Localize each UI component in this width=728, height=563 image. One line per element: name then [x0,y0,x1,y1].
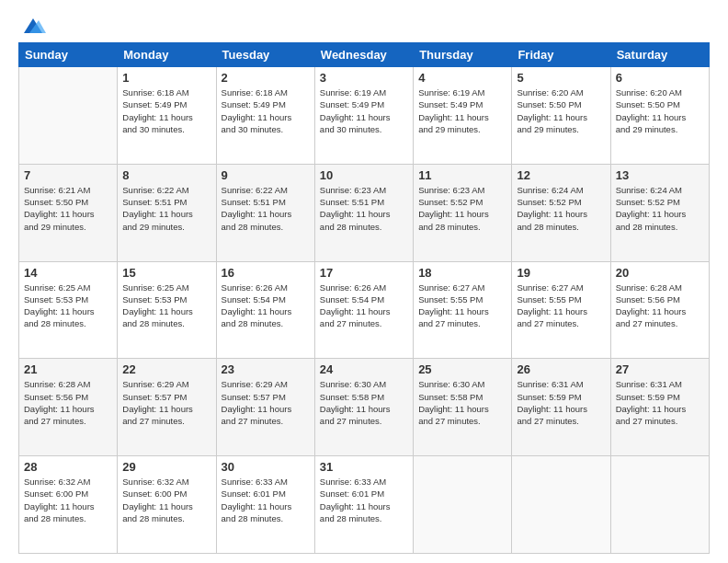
calendar-cell: 20Sunrise: 6:28 AM Sunset: 5:56 PM Dayli… [610,261,709,359]
day-number: 10 [320,168,408,182]
week-row-3: 14Sunrise: 6:25 AM Sunset: 5:53 PM Dayli… [19,261,710,359]
day-info: Sunrise: 6:30 AM Sunset: 5:58 PM Dayligh… [320,378,408,427]
day-number: 28 [24,460,112,474]
day-number: 9 [222,168,310,182]
calendar-cell: 4Sunrise: 6:19 AM Sunset: 5:49 PM Daylig… [414,67,512,165]
calendar-cell: 23Sunrise: 6:29 AM Sunset: 5:57 PM Dayli… [216,359,314,456]
calendar-cell: 15Sunrise: 6:25 AM Sunset: 5:53 PM Dayli… [118,261,216,359]
day-info: Sunrise: 6:32 AM Sunset: 6:00 PM Dayligh… [24,476,112,524]
day-info: Sunrise: 6:18 AM Sunset: 5:49 PM Dayligh… [222,86,310,135]
calendar-cell: 7Sunrise: 6:21 AM Sunset: 5:50 PM Daylig… [19,164,118,261]
day-number: 30 [222,460,310,474]
calendar-cell: 30Sunrise: 6:33 AM Sunset: 6:01 PM Dayli… [216,456,314,554]
week-row-4: 21Sunrise: 6:28 AM Sunset: 5:56 PM Dayli… [19,359,710,456]
day-info: Sunrise: 6:26 AM Sunset: 5:54 PM Dayligh… [320,282,408,330]
calendar-cell: 21Sunrise: 6:28 AM Sunset: 5:56 PM Dayli… [19,359,118,456]
day-number: 25 [418,362,506,376]
calendar-cell [19,67,118,165]
day-info: Sunrise: 6:29 AM Sunset: 5:57 PM Dayligh… [122,378,210,427]
calendar-cell: 29Sunrise: 6:32 AM Sunset: 6:00 PM Dayli… [118,456,216,554]
day-info: Sunrise: 6:27 AM Sunset: 5:55 PM Dayligh… [418,282,506,330]
calendar-cell: 28Sunrise: 6:32 AM Sunset: 6:00 PM Dayli… [19,456,118,554]
col-header-friday: Friday [512,43,610,67]
day-info: Sunrise: 6:22 AM Sunset: 5:51 PM Dayligh… [222,184,310,233]
week-row-5: 28Sunrise: 6:32 AM Sunset: 6:00 PM Dayli… [19,456,710,554]
calendar-cell: 31Sunrise: 6:33 AM Sunset: 6:01 PM Dayli… [314,456,413,554]
day-number: 14 [24,266,112,280]
day-number: 8 [122,168,210,182]
calendar-cell: 11Sunrise: 6:23 AM Sunset: 5:52 PM Dayli… [414,164,512,261]
day-number: 7 [24,168,112,182]
day-number: 20 [616,266,704,280]
calendar-cell: 2Sunrise: 6:18 AM Sunset: 5:49 PM Daylig… [216,67,314,165]
day-info: Sunrise: 6:19 AM Sunset: 5:49 PM Dayligh… [418,86,506,135]
day-info: Sunrise: 6:25 AM Sunset: 5:53 PM Dayligh… [24,282,112,330]
calendar-cell: 14Sunrise: 6:25 AM Sunset: 5:53 PM Dayli… [19,261,118,359]
day-number: 22 [122,362,210,376]
day-info: Sunrise: 6:29 AM Sunset: 5:57 PM Dayligh… [222,378,310,427]
day-info: Sunrise: 6:24 AM Sunset: 5:52 PM Dayligh… [616,184,704,233]
day-number: 15 [122,266,210,280]
day-info: Sunrise: 6:30 AM Sunset: 5:58 PM Dayligh… [418,378,506,427]
col-header-tuesday: Tuesday [216,43,314,67]
day-number: 21 [24,362,112,376]
calendar-cell: 6Sunrise: 6:20 AM Sunset: 5:50 PM Daylig… [610,67,709,165]
day-number: 29 [122,460,210,474]
col-header-monday: Monday [118,43,216,67]
calendar-cell: 27Sunrise: 6:31 AM Sunset: 5:59 PM Dayli… [610,359,709,456]
header [18,17,710,33]
day-number: 17 [320,266,408,280]
col-header-wednesday: Wednesday [314,43,413,67]
day-number: 3 [320,71,408,85]
calendar-cell: 13Sunrise: 6:24 AM Sunset: 5:52 PM Dayli… [610,164,709,261]
day-info: Sunrise: 6:21 AM Sunset: 5:50 PM Dayligh… [24,184,112,233]
day-number: 23 [222,362,310,376]
day-number: 6 [616,71,704,85]
day-info: Sunrise: 6:24 AM Sunset: 5:52 PM Dayligh… [517,184,605,233]
calendar-cell: 18Sunrise: 6:27 AM Sunset: 5:55 PM Dayli… [414,261,512,359]
day-info: Sunrise: 6:31 AM Sunset: 5:59 PM Dayligh… [616,378,704,427]
day-info: Sunrise: 6:26 AM Sunset: 5:54 PM Dayligh… [222,282,310,330]
day-number: 13 [616,168,704,182]
calendar-cell: 8Sunrise: 6:22 AM Sunset: 5:51 PM Daylig… [118,164,216,261]
calendar-cell: 17Sunrise: 6:26 AM Sunset: 5:54 PM Dayli… [314,261,413,359]
page: SundayMondayTuesdayWednesdayThursdayFrid… [0,0,728,563]
calendar-cell [414,456,512,554]
calendar-cell: 10Sunrise: 6:23 AM Sunset: 5:51 PM Dayli… [314,164,413,261]
calendar-cell [512,456,610,554]
day-info: Sunrise: 6:23 AM Sunset: 5:51 PM Dayligh… [320,184,408,233]
calendar-cell: 3Sunrise: 6:19 AM Sunset: 5:49 PM Daylig… [314,67,413,165]
day-info: Sunrise: 6:25 AM Sunset: 5:53 PM Dayligh… [122,282,210,330]
day-number: 19 [517,266,605,280]
calendar-cell: 26Sunrise: 6:31 AM Sunset: 5:59 PM Dayli… [512,359,610,456]
calendar-header-row: SundayMondayTuesdayWednesdayThursdayFrid… [19,43,710,67]
col-header-saturday: Saturday [610,43,709,67]
day-number: 16 [222,266,310,280]
calendar-cell: 22Sunrise: 6:29 AM Sunset: 5:57 PM Dayli… [118,359,216,456]
day-info: Sunrise: 6:22 AM Sunset: 5:51 PM Dayligh… [122,184,210,233]
calendar-table: SundayMondayTuesdayWednesdayThursdayFrid… [18,42,710,554]
calendar-cell: 9Sunrise: 6:22 AM Sunset: 5:51 PM Daylig… [216,164,314,261]
day-number: 1 [122,71,210,85]
day-number: 31 [320,460,408,474]
week-row-1: 1Sunrise: 6:18 AM Sunset: 5:49 PM Daylig… [19,67,710,165]
col-header-sunday: Sunday [19,43,118,67]
day-number: 27 [616,362,704,376]
day-info: Sunrise: 6:31 AM Sunset: 5:59 PM Dayligh… [517,378,605,427]
day-info: Sunrise: 6:27 AM Sunset: 5:55 PM Dayligh… [517,282,605,330]
day-number: 5 [517,71,605,85]
calendar-cell: 5Sunrise: 6:20 AM Sunset: 5:50 PM Daylig… [512,67,610,165]
logo-icon [20,17,46,37]
logo [18,17,46,33]
calendar-cell [610,456,709,554]
day-number: 4 [418,71,506,85]
day-number: 24 [320,362,408,376]
calendar-cell: 16Sunrise: 6:26 AM Sunset: 5:54 PM Dayli… [216,261,314,359]
day-number: 26 [517,362,605,376]
calendar-cell: 24Sunrise: 6:30 AM Sunset: 5:58 PM Dayli… [314,359,413,456]
calendar-cell: 25Sunrise: 6:30 AM Sunset: 5:58 PM Dayli… [414,359,512,456]
day-info: Sunrise: 6:20 AM Sunset: 5:50 PM Dayligh… [517,86,605,135]
col-header-thursday: Thursday [414,43,512,67]
day-info: Sunrise: 6:33 AM Sunset: 6:01 PM Dayligh… [320,476,408,524]
day-info: Sunrise: 6:32 AM Sunset: 6:00 PM Dayligh… [122,476,210,524]
